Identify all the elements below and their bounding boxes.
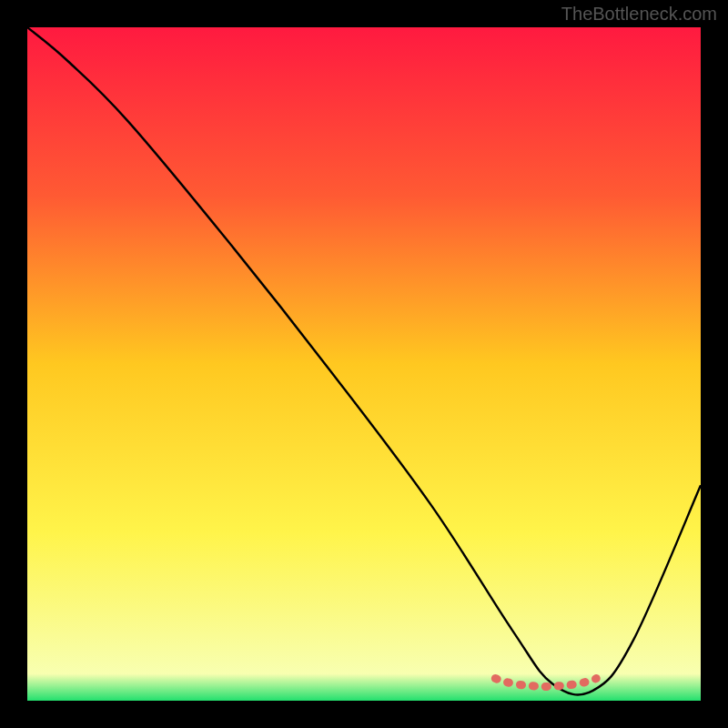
chart-plot-area <box>27 27 701 701</box>
watermark-text: TheBottleneck.com <box>561 4 717 25</box>
chart-background-gradient <box>27 27 701 701</box>
chart-svg <box>27 27 701 701</box>
